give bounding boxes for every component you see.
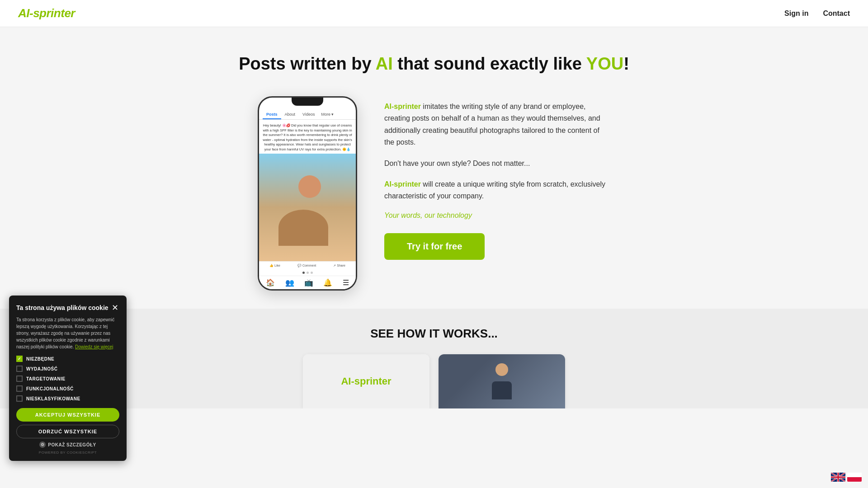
cookie-banner: Ta strona używa plików cookie ✕ Ta stron… bbox=[9, 296, 127, 408]
phone-tab-more[interactable]: More ▾ bbox=[318, 110, 336, 119]
phone-nav-watch[interactable]: 📺 bbox=[304, 278, 313, 287]
contact-link[interactable]: Contact bbox=[823, 9, 850, 18]
cookie-checkbox-targetowanie[interactable] bbox=[16, 375, 23, 382]
person-body bbox=[278, 210, 328, 246]
cookie-header: Ta strona używa plików cookie ✕ bbox=[16, 304, 119, 312]
hero-desc-2: Don't have your own style? Does not matt… bbox=[384, 158, 610, 169]
cookie-row-necessary: ✓ NIEZBĘDNE bbox=[16, 356, 119, 362]
hero-text: AI-sprinter imitates the writing style o… bbox=[384, 96, 610, 260]
cookie-learn-more-link[interactable]: Dowiedz się więcej bbox=[75, 344, 113, 349]
cookie-row-targetowanie: TARGETOWANIE bbox=[16, 375, 119, 382]
phone-dot-3 bbox=[311, 272, 313, 274]
cookie-checkbox-niesklasyfikowane[interactable] bbox=[16, 395, 23, 402]
ai-sprinter-card-logo: AI-sprinter bbox=[341, 375, 391, 387]
hero-title-part1: Posts written by bbox=[239, 54, 376, 73]
cookie-label-targetowanie: TARGETOWANIE bbox=[26, 376, 66, 381]
see-how-card-ai: AI-sprinter bbox=[303, 354, 429, 408]
phone-mockup: Posts About Videos More ▾ Hey beauty! 🌸💋… bbox=[258, 96, 357, 291]
phone-bottom-nav: 🏠 👥 📺 🔔 ☰ bbox=[259, 276, 356, 289]
phone-action-comment[interactable]: 💬 Comment bbox=[297, 264, 316, 267]
see-how-images: AI-sprinter bbox=[18, 354, 850, 408]
phone-notch bbox=[292, 98, 323, 106]
nav-links: Sign in Contact bbox=[784, 9, 850, 18]
hero-title-end: ! bbox=[623, 54, 629, 73]
person-head-card bbox=[495, 363, 508, 376]
see-how-section: SEE HOW IT WORKS... AI-sprinter bbox=[0, 309, 868, 408]
cookie-label-wydajnosc: WYDAJNOŚĆ bbox=[26, 366, 58, 371]
phone-nav-friends[interactable]: 👥 bbox=[285, 278, 294, 287]
cookie-checkbox-necessary[interactable]: ✓ bbox=[16, 356, 23, 362]
phone-dot-2 bbox=[307, 272, 309, 274]
phone-image bbox=[259, 154, 356, 261]
accept-all-button[interactable]: AKCEPTUJ WSZYSTKIE bbox=[16, 408, 119, 408]
hero-tagline: Your words, our technology bbox=[384, 211, 610, 220]
cookie-label-niesklasyfikowane: NIESKLASYFIKOWANE bbox=[26, 396, 80, 401]
cookie-close-button[interactable]: ✕ bbox=[111, 304, 119, 312]
cookie-description: Ta strona korzysta z plików cookie, aby … bbox=[16, 316, 119, 350]
phone-action-share[interactable]: ↗ Share bbox=[333, 264, 345, 267]
person-body-card bbox=[492, 381, 512, 399]
cookie-label-funkcjonalnosc: FUNKCJONALNOŚĆ bbox=[26, 386, 74, 391]
navbar: AI-sprinter Sign in Contact bbox=[0, 0, 868, 27]
phone-tab-videos[interactable]: Videos bbox=[299, 110, 318, 119]
hero-section: Posts written by AI that sound exactly l… bbox=[0, 27, 868, 309]
person-figure bbox=[488, 363, 515, 399]
phone-screen: Posts About Videos More ▾ Hey beauty! 🌸💋… bbox=[259, 98, 356, 289]
phone-tab-posts[interactable]: Posts bbox=[263, 110, 281, 119]
person-card-bg bbox=[439, 354, 565, 408]
hero-desc-3: AI-sprinter will create a unique writing… bbox=[384, 178, 610, 202]
phone-nav-menu[interactable]: ☰ bbox=[343, 278, 349, 287]
hero-title-ai: AI bbox=[376, 54, 393, 73]
cookie-row-wydajnosc: WYDAJNOŚĆ bbox=[16, 366, 119, 372]
cookie-label-necessary: NIEZBĘDNE bbox=[26, 357, 54, 361]
hero-desc-3-brand: AI-sprinter bbox=[384, 180, 421, 188]
phone-nav-home[interactable]: 🏠 bbox=[266, 278, 275, 287]
phone-tabs: Posts About Videos More ▾ bbox=[259, 107, 356, 120]
phone-nav-market[interactable]: 🔔 bbox=[323, 278, 332, 287]
phone-action-like[interactable]: 👍 Like bbox=[269, 264, 280, 267]
cookie-checkbox-funkcjonalnosc[interactable] bbox=[16, 385, 23, 392]
person-head bbox=[298, 175, 321, 198]
hero-title: Posts written by AI that sound exactly l… bbox=[18, 54, 850, 74]
phone-actions: 👍 Like 💬 Comment ↗ Share bbox=[259, 261, 356, 270]
cookie-checkbox-wydajnosc[interactable] bbox=[16, 366, 23, 372]
logo[interactable]: AI-sprinter bbox=[18, 6, 75, 20]
hero-title-you: YOU bbox=[586, 54, 623, 73]
cookie-row-niesklasyfikowane: NIESKLASYFIKOWANE bbox=[16, 395, 119, 402]
cookie-row-funkcjonalnosc: FUNKCJONALNOŚĆ bbox=[16, 385, 119, 392]
hero-content: Posts About Videos More ▾ Hey beauty! 🌸💋… bbox=[185, 96, 683, 291]
hero-desc-1: AI-sprinter imitates the writing style o… bbox=[384, 101, 610, 149]
cookie-checkboxes: ✓ NIEZBĘDNE WYDAJNOŚĆ TARGETOWANIE FUNKC… bbox=[16, 356, 119, 402]
hero-title-part2: that sound exactly like bbox=[393, 54, 586, 73]
see-how-title: SEE HOW IT WORKS... bbox=[18, 327, 850, 341]
hero-desc-1-brand: AI-sprinter bbox=[384, 103, 421, 110]
phone-post-text: Hey beauty! 🌸💋 Did you know that regular… bbox=[259, 120, 356, 154]
see-how-card-person bbox=[439, 354, 565, 408]
phone-tab-about[interactable]: About bbox=[281, 110, 299, 119]
phone-dot-1 bbox=[302, 272, 305, 274]
sign-in-link[interactable]: Sign in bbox=[784, 9, 808, 18]
try-it-free-button[interactable]: Try it for free bbox=[384, 233, 485, 260]
cookie-title: Ta strona używa plików cookie bbox=[16, 304, 108, 312]
phone-dots bbox=[259, 270, 356, 276]
